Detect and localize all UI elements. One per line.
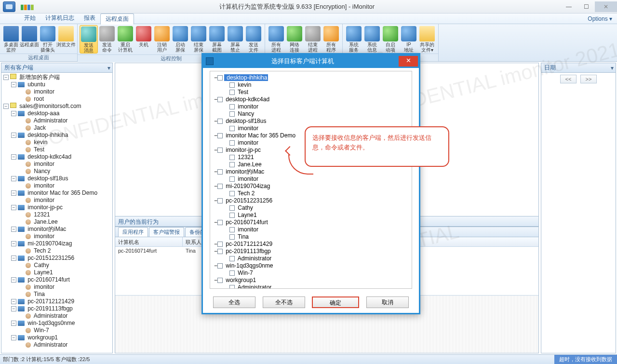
maximize-button[interactable]: ☐ — [577, 1, 595, 12]
expand-toggle-icon[interactable]: − — [214, 74, 217, 81]
menu-item[interactable]: 报表 — [79, 13, 100, 24]
tree-node[interactable]: − workgroup1 Administrator — [11, 334, 111, 349]
checkbox[interactable] — [217, 133, 223, 138]
ribbon-button[interactable]: 发送 消息 — [80, 25, 98, 54]
dialog-close-button[interactable]: ✕ — [399, 56, 418, 67]
checkbox[interactable] — [217, 220, 223, 225]
tree-node[interactable]: 12321 — [19, 211, 111, 218]
ribbon-button[interactable]: 注销 用户 — [153, 25, 171, 54]
tree-node[interactable]: − win-1qd3qgs0nme Win-7 — [11, 320, 111, 334]
minimize-button[interactable]: — — [560, 1, 577, 12]
close-button[interactable]: ✕ — [595, 1, 617, 12]
expand-toggle-icon[interactable]: − — [3, 75, 9, 80]
tree-node[interactable]: kevin — [223, 81, 409, 89]
tree-node[interactable]: − win-1qd3qgs0nme Win-7 — [214, 262, 409, 277]
checkbox[interactable] — [229, 256, 235, 261]
tree-node[interactable]: imonitor — [223, 175, 409, 183]
checkbox[interactable] — [229, 234, 235, 240]
cancel-button[interactable]: 取消 — [366, 297, 409, 308]
tree-node[interactable]: − pc-20191113fbgp Administrator — [11, 305, 111, 320]
checkbox[interactable] — [217, 97, 223, 102]
checkbox[interactable] — [229, 162, 235, 167]
tree-node[interactable]: Win-7 — [223, 270, 409, 277]
tree-node[interactable]: Administrator — [19, 312, 111, 320]
expand-toggle-icon[interactable]: − — [214, 183, 217, 189]
tree-node[interactable]: − pc-20191113fbgp Administrator — [214, 248, 409, 262]
tree-node[interactable]: imonitor — [19, 197, 111, 204]
date-prev-button[interactable]: << — [560, 75, 577, 83]
tree-node[interactable]: − desktop-ihhkiha kevin Test — [11, 132, 111, 153]
dropdown-icon[interactable]: ▾ — [611, 65, 614, 71]
ribbon-button[interactable]: 发送 文件 — [244, 25, 263, 54]
checkbox[interactable] — [217, 249, 223, 254]
behavior-tab[interactable]: 应用程序 — [118, 227, 148, 237]
checkbox[interactable] — [229, 111, 235, 117]
tree-node[interactable]: Administrator — [223, 284, 409, 289]
tree-node[interactable]: − sales@imonitorsoft.com− desktop-aaa Ad… — [3, 103, 111, 349]
checkbox[interactable] — [229, 155, 235, 160]
expand-toggle-icon[interactable]: − — [214, 241, 217, 247]
checkbox[interactable] — [217, 263, 223, 269]
expand-toggle-icon[interactable]: − — [11, 299, 16, 304]
expand-toggle-icon[interactable]: − — [11, 176, 16, 181]
expand-toggle-icon[interactable]: − — [11, 241, 16, 246]
expand-toggle-icon[interactable]: − — [214, 147, 217, 153]
checkbox[interactable] — [217, 184, 223, 189]
ribbon-button[interactable]: 结束 进程 — [304, 25, 322, 53]
expand-toggle-icon[interactable]: − — [11, 190, 16, 196]
tree-node[interactable]: Test — [223, 89, 409, 96]
ribbon-button[interactable]: 启动 屏保 — [171, 25, 189, 54]
ribbon-button[interactable]: 自启 动项 — [381, 25, 400, 53]
tree-node[interactable]: − mi-20190704izag Tech 2 — [11, 240, 111, 255]
checkbox[interactable] — [217, 278, 223, 283]
tree-node[interactable]: Cathy — [19, 262, 111, 269]
checkbox[interactable] — [229, 140, 235, 146]
checkbox[interactable] — [217, 198, 223, 203]
tree-node[interactable]: Jack — [19, 124, 111, 132]
expand-toggle-icon[interactable]: − — [214, 248, 217, 255]
tree-node[interactable]: imonitor — [19, 182, 111, 189]
expand-toggle-icon[interactable]: − — [11, 277, 16, 283]
checkbox[interactable] — [229, 82, 235, 88]
ribbon-button[interactable]: 关机 — [134, 25, 153, 54]
tree-node[interactable]: root — [19, 95, 111, 103]
tree-node[interactable]: Test — [19, 146, 111, 153]
select-none-button[interactable]: 全不选 — [263, 297, 305, 308]
tree-node[interactable]: Layne1 — [223, 212, 409, 219]
tree-node[interactable]: Layne1 — [19, 269, 111, 276]
tree-node[interactable]: − pc-201712121429 — [11, 298, 111, 305]
options-menu[interactable]: Options ▾ — [588, 15, 612, 22]
tree-node[interactable]: − ubuntu imonitor root — [11, 81, 111, 103]
column-header[interactable]: 计算机名 — [115, 237, 183, 246]
dropdown-icon[interactable]: ▾ — [107, 65, 110, 71]
ribbon-button[interactable]: 重启 计算机 — [116, 25, 134, 54]
tree-node[interactable]: − desktop-ihhkiha kevin Test — [214, 74, 409, 96]
tree-node[interactable]: imonitor — [223, 226, 409, 233]
expand-toggle-icon[interactable]: − — [214, 277, 217, 283]
checkbox[interactable] — [229, 126, 235, 131]
ribbon-button[interactable]: 系统 信息 — [363, 25, 381, 53]
tree-node[interactable]: − imonitor-jp-pc 12321 Jane.Lee — [11, 204, 111, 226]
dialog-tree[interactable]: − desktop-ihhkiha kevin Test− desktop-kd… — [210, 71, 412, 289]
expand-toggle-icon[interactable]: − — [214, 96, 217, 103]
checkbox[interactable] — [217, 75, 223, 81]
tree-node[interactable]: − workgroup1 Administrator Stella — [214, 277, 409, 289]
checkbox[interactable] — [229, 227, 235, 232]
expand-toggle-icon[interactable]: − — [11, 82, 16, 87]
expand-toggle-icon[interactable]: − — [11, 133, 16, 138]
tree-node[interactable]: − pc-20160714furt imonitor Tina — [11, 276, 111, 298]
clients-tree[interactable]: − 新增加的客户端− ubuntu imonitor root− sales@i… — [1, 73, 112, 353]
tree-node[interactable]: imonitor — [19, 88, 111, 95]
ribbon-button[interactable]: 屏幕 禁止 — [226, 25, 244, 54]
expand-toggle-icon[interactable]: − — [214, 262, 217, 269]
tree-node[interactable]: − imonitor Mac for 365 Demo imonitor — [11, 189, 111, 204]
tree-node[interactable]: Tina — [19, 291, 111, 298]
checkbox[interactable] — [229, 285, 235, 289]
expand-toggle-icon[interactable]: − — [11, 256, 16, 261]
tree-node[interactable]: Tech 2 — [19, 247, 111, 255]
tree-node[interactable]: Tina — [223, 233, 409, 241]
tree-node[interactable]: Tech 2 — [223, 190, 409, 197]
checkbox[interactable] — [229, 90, 235, 95]
tree-node[interactable]: Administrator — [19, 341, 111, 349]
expand-toggle-icon[interactable]: − — [214, 197, 217, 204]
